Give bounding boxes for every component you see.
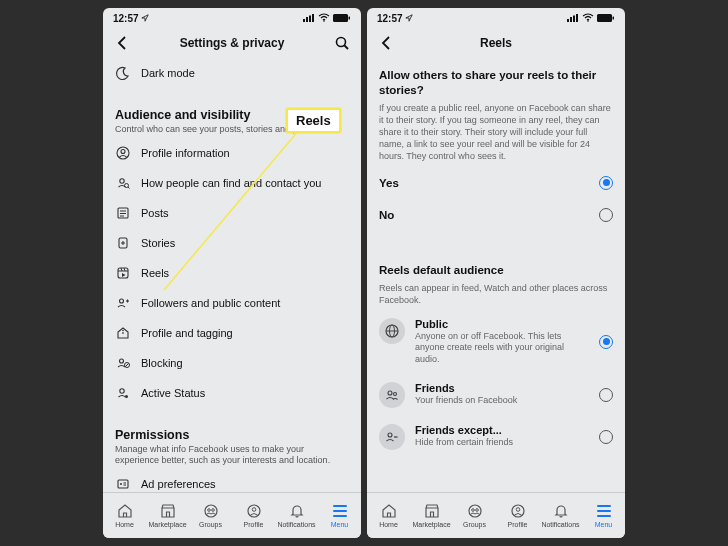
- tab-notifications[interactable]: Notifications: [275, 493, 318, 538]
- tab-marketplace[interactable]: Marketplace: [410, 493, 453, 538]
- menu-icon: [596, 503, 612, 519]
- default-audience-head: Reels default audience Reels can appear …: [367, 253, 625, 310]
- audience-friends[interactable]: Friends Your friends on Facebook: [367, 374, 625, 416]
- row-reels[interactable]: Reels: [103, 258, 361, 288]
- tab-bar: Home Marketplace Groups Profile Notifica…: [103, 492, 361, 538]
- svg-rect-44: [567, 19, 569, 22]
- back-button[interactable]: [377, 34, 395, 52]
- svg-point-60: [475, 509, 478, 512]
- radio-selected[interactable]: [599, 176, 613, 190]
- svg-point-29: [120, 359, 124, 363]
- row-stories[interactable]: Stories: [103, 228, 361, 258]
- status-bar: 12:57: [103, 8, 361, 28]
- svg-point-59: [471, 509, 474, 512]
- battery-icon: [333, 14, 351, 22]
- row-label: Reels: [141, 267, 169, 279]
- row-profile-tagging[interactable]: Profile and tagging: [103, 318, 361, 348]
- active-status-icon: [115, 385, 131, 401]
- tab-label: Home: [379, 521, 398, 528]
- radio-selected[interactable]: [599, 335, 613, 349]
- row-label: Ad preferences: [141, 478, 216, 490]
- section-title: Permissions: [115, 428, 349, 442]
- svg-rect-1: [306, 17, 308, 22]
- tab-profile[interactable]: Profile: [496, 493, 539, 538]
- svg-point-28: [122, 329, 124, 331]
- content-scroll[interactable]: Allow others to share your reels to thei…: [367, 58, 625, 492]
- share-question: Allow others to share your reels to thei…: [367, 58, 625, 167]
- row-posts[interactable]: Posts: [103, 198, 361, 228]
- audience-public[interactable]: Public Anyone on or off Facebook. This l…: [367, 310, 625, 374]
- svg-point-41: [211, 509, 214, 512]
- moon-icon: [115, 65, 131, 81]
- row-blocking[interactable]: Blocking: [103, 348, 361, 378]
- row-label: Profile and tagging: [141, 327, 233, 339]
- stories-icon: [115, 235, 131, 251]
- row-profile-info[interactable]: Profile information: [103, 138, 361, 168]
- row-followers[interactable]: Followers and public content: [103, 288, 361, 318]
- svg-point-33: [125, 395, 128, 398]
- marketplace-icon: [160, 503, 176, 519]
- tab-label: Notifications: [541, 521, 579, 528]
- audience-sub: Anyone on or off Facebook. This lets any…: [415, 331, 589, 366]
- search-icon[interactable]: [333, 34, 351, 52]
- tab-home[interactable]: Home: [103, 493, 146, 538]
- option-yes[interactable]: Yes: [367, 167, 625, 199]
- svg-point-56: [388, 433, 392, 437]
- tab-label: Notifications: [277, 521, 315, 528]
- audience-sub: Hide from certain friends: [415, 437, 589, 449]
- tab-marketplace[interactable]: Marketplace: [146, 493, 189, 538]
- status-time: 12:57: [377, 13, 403, 24]
- svg-line-13: [128, 187, 130, 189]
- radio-unselected[interactable]: [599, 208, 613, 222]
- tab-profile[interactable]: Profile: [232, 493, 275, 538]
- profile-icon: [510, 503, 526, 519]
- option-no[interactable]: No: [367, 199, 625, 231]
- row-find-contact[interactable]: How people can find and contact you: [103, 168, 361, 198]
- svg-point-54: [388, 391, 392, 395]
- radio-unselected[interactable]: [599, 388, 613, 402]
- home-icon: [117, 503, 133, 519]
- section-permissions: Permissions Manage what info Facebook us…: [103, 420, 361, 469]
- share-question-title: Allow others to share your reels to thei…: [379, 68, 613, 98]
- tab-groups[interactable]: Groups: [453, 493, 496, 538]
- tab-bar: Home Marketplace Groups Profile Notifica…: [367, 492, 625, 538]
- svg-point-43: [252, 508, 256, 512]
- svg-line-8: [345, 46, 349, 50]
- svg-rect-49: [597, 14, 612, 22]
- location-arrow-icon: [141, 13, 149, 24]
- tab-menu[interactable]: Menu: [318, 493, 361, 538]
- svg-point-32: [120, 388, 124, 392]
- tab-label: Groups: [463, 521, 486, 528]
- tab-groups[interactable]: Groups: [189, 493, 232, 538]
- svg-point-35: [120, 483, 122, 485]
- row-label: Followers and public content: [141, 297, 280, 309]
- row-active-status[interactable]: Active Status: [103, 378, 361, 408]
- svg-point-58: [469, 505, 481, 517]
- back-button[interactable]: [113, 34, 131, 52]
- user-circle-icon: [115, 145, 131, 161]
- page-title: Settings & privacy: [131, 36, 333, 50]
- audience-friends-except[interactable]: Friends except... Hide from certain frie…: [367, 416, 625, 458]
- svg-rect-21: [118, 268, 128, 278]
- tab-home[interactable]: Home: [367, 493, 410, 538]
- audience-sub: Your friends on Facebook: [415, 395, 589, 407]
- annotation-callout: Reels: [286, 108, 341, 133]
- svg-point-7: [337, 38, 346, 47]
- tab-label: Groups: [199, 521, 222, 528]
- default-audience-title: Reels default audience: [379, 263, 613, 278]
- marketplace-icon: [424, 503, 440, 519]
- svg-point-48: [587, 20, 589, 22]
- row-ad-prefs[interactable]: Ad preferences: [103, 469, 361, 492]
- svg-rect-0: [303, 19, 305, 22]
- radio-unselected[interactable]: [599, 430, 613, 444]
- friends-except-icon: [379, 424, 405, 450]
- tab-label: Home: [115, 521, 134, 528]
- row-dark-mode[interactable]: Dark mode: [103, 58, 361, 88]
- status-bar: 12:57: [367, 8, 625, 28]
- svg-point-10: [121, 149, 125, 153]
- section-subtitle: Manage what info Facebook uses to make y…: [115, 444, 349, 467]
- location-arrow-icon: [405, 13, 413, 24]
- tag-icon: [115, 325, 131, 341]
- tab-notifications[interactable]: Notifications: [539, 493, 582, 538]
- tab-menu[interactable]: Menu: [582, 493, 625, 538]
